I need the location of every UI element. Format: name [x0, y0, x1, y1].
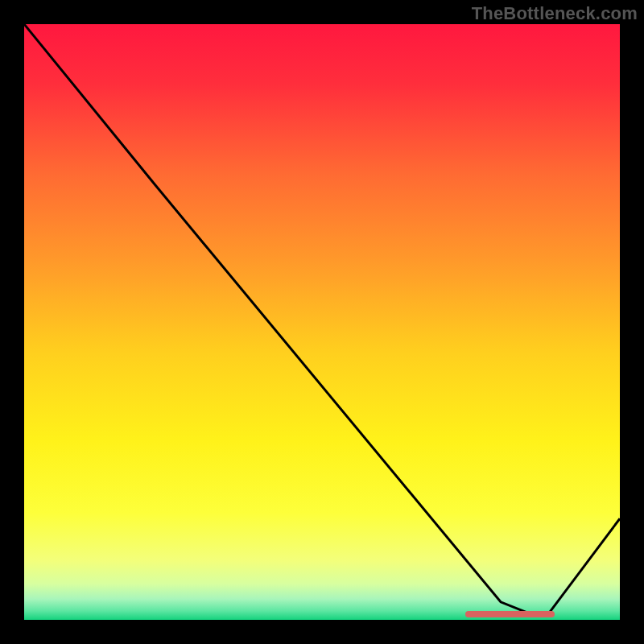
gradient-background: [24, 24, 620, 620]
highlight-marker: [465, 611, 555, 617]
watermark-text: TheBottleneck.com: [472, 3, 638, 24]
chart-container: TheBottleneck.com: [0, 0, 644, 644]
plot-area: [24, 24, 620, 620]
chart-svg: [24, 24, 620, 620]
